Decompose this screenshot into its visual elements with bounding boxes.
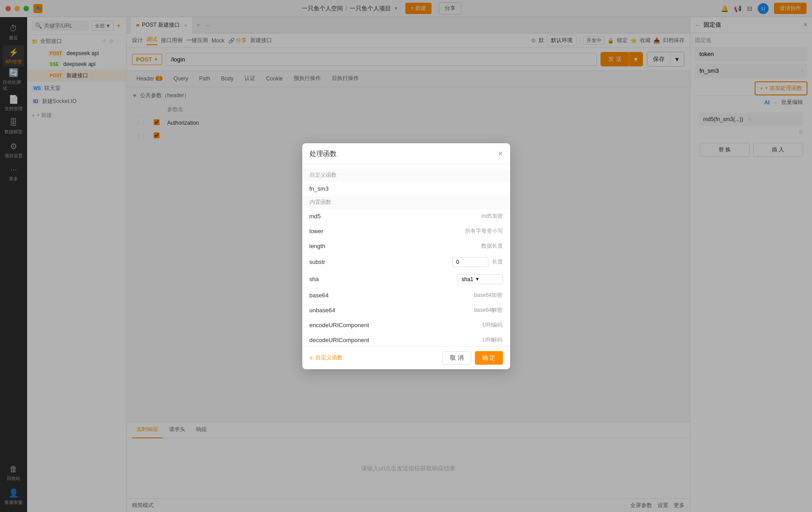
length-desc: 数据长度 <box>481 242 503 250</box>
modal-item-base64[interactable]: base64 base64加密 <box>302 288 510 303</box>
modal-item-encode-uri[interactable]: encodeURIComponent URI编码 <box>302 318 510 333</box>
modal-close-button[interactable]: × <box>498 150 503 158</box>
builtin-section-label: 内置函数 <box>302 196 510 209</box>
modal-confirm-button[interactable]: 确 定 <box>475 351 503 365</box>
lower-name: lower <box>310 228 324 235</box>
substr-name: substr <box>310 258 325 265</box>
sha-select[interactable]: sha1 ▼ <box>458 274 503 284</box>
modal-footer-right: 取 消 确 定 <box>442 351 502 365</box>
processing-functions-modal: 处理函数 × 自定义函数 fn_sm3 内置函数 md5 md5加密 lower… <box>302 143 510 369</box>
encode-uri-desc: URI编码 <box>483 321 503 329</box>
modal-item-substr[interactable]: substr 长度 <box>302 254 510 271</box>
modal-item-lower[interactable]: lower 所有字母变小写 <box>302 224 510 239</box>
unbase64-desc: base64解密 <box>474 306 502 314</box>
modal-item-length[interactable]: length 数据长度 <box>302 239 510 254</box>
sha-name: sha <box>310 276 319 282</box>
modal-header: 处理函数 × <box>302 143 510 165</box>
modal-item-decode-uri[interactable]: decodeURIComponent URI解码 <box>302 333 510 346</box>
substr-label: 长度 <box>492 258 503 266</box>
modal-title: 处理函数 <box>310 150 337 158</box>
base64-name: base64 <box>310 292 329 299</box>
modal-body: 自定义函数 fn_sm3 内置函数 md5 md5加密 lower 所有字母变小… <box>302 165 510 346</box>
base64-desc: base64加密 <box>474 291 502 299</box>
custom-func-icon: ≡ <box>310 355 313 361</box>
custom-func-label: 自定义函数 <box>315 354 343 362</box>
unbase64-name: unbase64 <box>310 307 335 314</box>
encode-uri-name: encodeURIComponent <box>310 322 369 329</box>
modal-item-unbase64[interactable]: unbase64 base64解密 <box>302 303 510 318</box>
md5-name: md5 <box>310 213 321 220</box>
custom-func-link[interactable]: ≡ 自定义函数 <box>310 354 343 362</box>
substr-input[interactable] <box>452 257 488 267</box>
sha-chevron-icon: ▼ <box>475 277 480 282</box>
modal-cancel-button[interactable]: 取 消 <box>442 351 471 365</box>
md5-desc: md5加密 <box>481 212 502 220</box>
lower-desc: 所有字母变小写 <box>465 227 503 235</box>
modal-overlay[interactable]: 处理函数 × 自定义函数 fn_sm3 内置函数 md5 md5加密 lower… <box>0 0 812 512</box>
sha-select-value: sha1 <box>462 276 474 282</box>
decode-uri-name: decodeURIComponent <box>310 337 369 343</box>
decode-uri-desc: URI解码 <box>483 336 503 344</box>
custom-section-label-text: 自定义函数 <box>310 172 337 178</box>
custom-section-label: 自定义函数 <box>302 169 510 182</box>
modal-item-md5[interactable]: md5 md5加密 <box>302 209 510 224</box>
substr-controls: 长度 <box>452 257 503 267</box>
fn-sm3-name: fn_sm3 <box>310 185 329 192</box>
modal-item-sha[interactable]: sha sha1 ▼ <box>302 271 510 288</box>
builtin-section-label-text: 内置函数 <box>310 199 331 205</box>
modal-item-fn-sm3[interactable]: fn_sm3 <box>302 182 510 196</box>
modal-footer: ≡ 自定义函数 取 消 确 定 <box>302 346 510 369</box>
length-name: length <box>310 243 325 249</box>
